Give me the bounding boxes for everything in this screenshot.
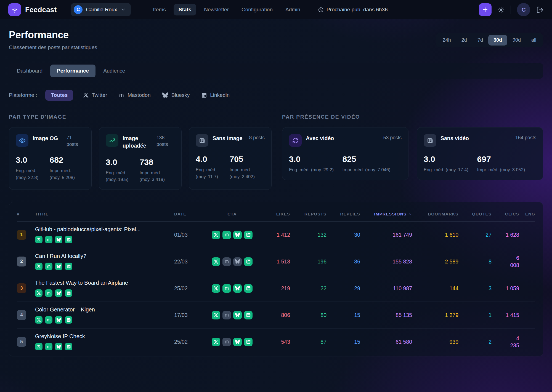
- replies-value: 30: [327, 231, 360, 238]
- account-avatar: C: [74, 5, 83, 14]
- avatar[interactable]: C: [517, 3, 530, 16]
- linkedin-cta-icon[interactable]: [244, 338, 253, 346]
- bluesky-cta-icon[interactable]: [233, 338, 242, 346]
- twitter-cta-icon[interactable]: [212, 231, 220, 239]
- twitter-cta-icon[interactable]: [212, 338, 220, 346]
- col-clics[interactable]: CLICS: [492, 212, 519, 216]
- linkedin-cta-icon[interactable]: [244, 257, 253, 266]
- mastodon-icon: [45, 289, 52, 297]
- table-row[interactable]: 3 The Fastest Way to Board an Airplane 2…: [17, 275, 535, 302]
- platform-twitter[interactable]: Twitter: [81, 90, 109, 101]
- twitter-cta-icon[interactable]: [212, 284, 220, 293]
- card-title: Image OG: [33, 134, 62, 142]
- nav-item-admin[interactable]: Admin: [280, 4, 305, 15]
- col-likes[interactable]: LIKES: [259, 212, 290, 216]
- tab-performance[interactable]: Performance: [50, 65, 95, 77]
- brand-name: Feedcast: [25, 6, 57, 14]
- post-title[interactable]: Can I Run AI locally?: [35, 253, 168, 259]
- top-navbar: Feedcast C Camille Roux Items Stats News…: [0, 0, 552, 19]
- section-video-presence: PAR PRÉSENCE DE VIDÉO Avec vidéo 53 post…: [282, 114, 543, 180]
- impressions-value: 705: [230, 154, 268, 164]
- tab-dashboard[interactable]: Dashboard: [10, 65, 49, 77]
- linkedin-icon: [65, 289, 72, 297]
- logout-icon[interactable]: [536, 6, 544, 14]
- card-title: Sans vidéo: [440, 134, 511, 142]
- post-title[interactable]: GreyNoise IP Check: [35, 333, 168, 340]
- mastodon-cta-icon[interactable]: [222, 311, 231, 319]
- platform-mastodon[interactable]: Mastodon: [117, 90, 152, 101]
- bluesky-cta-icon[interactable]: [233, 311, 242, 319]
- next-publication: Prochaine pub. dans 6h36: [318, 7, 388, 13]
- replies-value: 15: [327, 311, 360, 319]
- post-date: 25/02: [174, 339, 205, 345]
- stat-card-sans-video: Sans vidéo 164 posts 3.0Eng. méd. (moy. …: [417, 127, 543, 180]
- engagement-label: Eng. méd. (moy. 22.8): [16, 167, 47, 181]
- table-row[interactable]: 4 Color Generator – Kigen 17/03 806 80 1…: [17, 302, 535, 329]
- col-bookmarks[interactable]: BOOKMARKS: [412, 212, 458, 216]
- account-name: Camille Roux: [86, 7, 117, 13]
- post-title[interactable]: Color Generator – Kigen: [35, 306, 168, 313]
- twitter-cta-icon[interactable]: [212, 257, 220, 266]
- bluesky-cta-icon[interactable]: [233, 257, 242, 266]
- table-row[interactable]: 1 GitHub - pablodelucca/pixel-agents: Pi…: [17, 222, 535, 248]
- range-all[interactable]: all: [526, 35, 542, 46]
- engagement-label: Eng. méd. (moy. 17.4): [424, 166, 474, 173]
- col-quotes[interactable]: QUOTES: [458, 212, 492, 216]
- range-2d[interactable]: 2d: [456, 35, 472, 46]
- range-30d[interactable]: 30d: [488, 35, 507, 46]
- impressions-value: 697: [477, 154, 539, 164]
- platform-linkedin[interactable]: Linkedin: [200, 90, 231, 101]
- add-button[interactable]: [479, 3, 492, 16]
- mastodon-cta-icon[interactable]: [222, 257, 231, 266]
- clics-value: 6 008: [492, 254, 519, 269]
- twitter-cta-icon[interactable]: [212, 311, 220, 319]
- linkedin-cta-icon[interactable]: [244, 311, 253, 319]
- col-titre[interactable]: TITRE: [35, 212, 174, 216]
- range-7d[interactable]: 7d: [472, 35, 488, 46]
- bluesky-icon: [162, 92, 168, 98]
- platform-bluesky[interactable]: Bluesky: [161, 90, 192, 101]
- mastodon-cta-icon[interactable]: [222, 231, 231, 239]
- bluesky-cta-icon[interactable]: [233, 231, 242, 239]
- post-title[interactable]: GitHub - pablodelucca/pixel-agents: Pixe…: [35, 226, 168, 233]
- nav-item-configuration[interactable]: Configuration: [237, 4, 278, 15]
- bookmarks-value: 2 589: [412, 258, 458, 265]
- table-row[interactable]: 2 Can I Run AI locally? 22/03 1 513 196 …: [17, 248, 535, 275]
- col-cta[interactable]: CTA: [205, 212, 259, 216]
- col-impressions[interactable]: IMPRESSIONS: [360, 212, 412, 216]
- linkedin-icon: [65, 343, 72, 350]
- impressions-value: 155 828: [360, 258, 412, 265]
- col-reposts[interactable]: REPOSTS: [290, 212, 327, 216]
- account-switcher[interactable]: C Camille Roux: [71, 3, 131, 16]
- impressions-value: 161 749: [360, 231, 412, 238]
- linkedin-cta-icon[interactable]: [244, 284, 253, 293]
- likes-value: 543: [259, 338, 290, 345]
- clics-value: 1 628: [492, 231, 519, 238]
- bluesky-icon: [55, 289, 62, 297]
- tab-audience[interactable]: Audience: [97, 65, 132, 77]
- linkedin-cta-icon[interactable]: [244, 231, 253, 239]
- platform-all[interactable]: Toutes: [45, 90, 73, 101]
- rank-badge: 2: [17, 257, 26, 266]
- quotes-value: 1: [458, 311, 492, 319]
- mastodon-icon: [45, 236, 52, 243]
- nav-item-items[interactable]: Items: [148, 4, 171, 15]
- col-date[interactable]: DATE: [174, 212, 205, 216]
- feedcast-logo[interactable]: [8, 3, 21, 16]
- platform-filter: Plateforme : Toutes Twitter Mastodon Blu…: [9, 90, 543, 101]
- range-90d[interactable]: 90d: [507, 35, 526, 46]
- mastodon-cta-icon[interactable]: [222, 338, 231, 346]
- table-row[interactable]: 5 GreyNoise IP Check 25/02 543 87 15: [17, 329, 535, 355]
- trending-up-icon: [106, 134, 118, 147]
- col-replies[interactable]: REPLIES: [327, 212, 360, 216]
- post-title[interactable]: The Fastest Way to Board an Airplane: [35, 280, 168, 286]
- nav-item-newsletter[interactable]: Newsletter: [199, 4, 234, 15]
- platform-filter-label: Plateforme :: [9, 92, 37, 98]
- bluesky-cta-icon[interactable]: [233, 284, 242, 293]
- range-24h[interactable]: 24h: [437, 35, 456, 46]
- nav-item-stats[interactable]: Stats: [174, 4, 196, 15]
- mastodon-cta-icon[interactable]: [222, 284, 231, 293]
- col-eng[interactable]: ENG: [519, 212, 535, 216]
- sun-icon[interactable]: [498, 6, 505, 13]
- stat-card-sans-image: Sans image 8 posts 4.0Eng. méd. (moy. 11…: [189, 127, 272, 190]
